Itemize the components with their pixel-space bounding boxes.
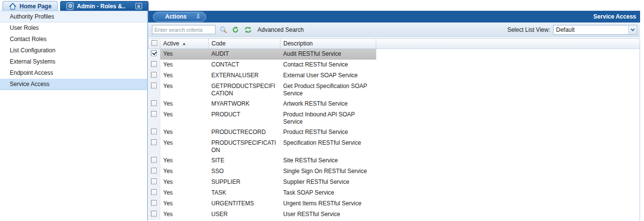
cell-description: Contact RESTful Service: [280, 60, 376, 70]
tab-admin-roles[interactable]: ⚙ Admin - Roles &.. X: [60, 1, 148, 11]
list-view-label: Select List View:: [507, 26, 550, 33]
service-access-table: Active▲ Code Description Yes AUDIT Audit…: [148, 38, 640, 221]
row-checkbox[interactable]: [151, 50, 157, 56]
cell-active: Yes: [160, 127, 209, 138]
sidebar-item-authority-profiles[interactable]: Authority Profiles: [0, 11, 147, 22]
cell-code: PRODUCTRECORD: [209, 127, 280, 138]
cell-description: Task SOAP Service: [280, 188, 376, 199]
cell-empty: [376, 81, 640, 99]
table-row[interactable]: Yes EXTERNALUSER External User SOAP Serv…: [149, 70, 640, 81]
close-icon[interactable]: X: [135, 3, 142, 9]
sidebar-item-service-access[interactable]: Service Access: [0, 79, 147, 90]
row-checkbox-cell[interactable]: [149, 127, 160, 138]
row-checkbox-cell[interactable]: [149, 177, 160, 188]
sidebar-item-contact-roles[interactable]: Contact Roles: [0, 34, 147, 45]
cell-description: Supplier RESTful Service: [280, 177, 376, 188]
row-checkbox[interactable]: [151, 111, 157, 117]
row-checkbox-cell[interactable]: [149, 81, 160, 99]
table-row[interactable]: Yes MYARTWORK Artwork RESTful Service: [149, 99, 640, 110]
table-row[interactable]: Yes PRODUCTSPECIFICATION Specification R…: [149, 138, 640, 155]
sidebar-item-user-roles[interactable]: User Roles: [0, 22, 147, 34]
row-checkbox[interactable]: [151, 139, 157, 145]
cell-empty: [376, 199, 640, 209]
list-view-select[interactable]: Default: [553, 25, 637, 35]
sidebar-item-endpoint-access[interactable]: Endpoint Access: [0, 67, 147, 79]
toolbar: Advanced Search Select List View: Defaul…: [148, 22, 640, 37]
sidebar-item-list-configuration[interactable]: List Configuration: [0, 45, 147, 56]
cell-code: PRODUCT: [209, 110, 280, 127]
refresh-icon[interactable]: [243, 25, 252, 34]
select-all-checkbox[interactable]: [151, 40, 157, 46]
row-checkbox[interactable]: [151, 157, 157, 163]
cell-active: Yes: [160, 177, 209, 188]
select-all-checkbox-cell[interactable]: [149, 39, 160, 49]
cell-code: SITE: [209, 155, 280, 166]
row-checkbox[interactable]: [151, 189, 157, 195]
cell-active: Yes: [160, 188, 209, 199]
row-checkbox[interactable]: [151, 178, 157, 184]
row-checkbox[interactable]: [151, 100, 157, 106]
cell-description: Site RESTful Service: [280, 155, 376, 166]
row-checkbox-cell[interactable]: [149, 166, 160, 177]
row-checkbox-cell[interactable]: [149, 99, 160, 110]
search-input[interactable]: [152, 25, 215, 34]
cell-description: Urgent Items RESTful Service: [280, 199, 376, 209]
table-row[interactable]: Yes USER User RESTful Service: [149, 209, 640, 220]
column-header-description[interactable]: Description: [280, 39, 376, 49]
row-checkbox-cell[interactable]: [149, 138, 160, 155]
row-checkbox[interactable]: [151, 61, 157, 67]
search-icon[interactable]: [219, 25, 228, 34]
table-row[interactable]: Yes CONTACT Contact RESTful Service: [149, 60, 640, 70]
cell-empty: [376, 127, 640, 138]
cell-description: Product RESTful Service: [280, 127, 376, 138]
row-checkbox[interactable]: [151, 83, 157, 88]
row-checkbox-cell[interactable]: [149, 155, 160, 166]
row-checkbox-cell[interactable]: [149, 49, 160, 60]
sidebar: Authority Profiles User Roles Contact Ro…: [0, 11, 148, 221]
cell-code: EXTERNALUSER: [209, 70, 280, 81]
table-row[interactable]: Yes PRODUCT Product Inbound API SOAP Ser…: [149, 110, 640, 127]
tab-label: Home Page: [20, 3, 51, 10]
table-row[interactable]: Yes GETPRODUCTSPECIFICATION Get Product …: [149, 81, 640, 99]
row-checkbox[interactable]: [151, 200, 157, 206]
advanced-search-link[interactable]: Advanced Search: [258, 26, 304, 33]
cell-active: Yes: [160, 70, 209, 81]
column-header-code[interactable]: Code: [209, 39, 280, 49]
cell-code: SSO: [209, 166, 280, 177]
cell-empty: [376, 166, 640, 177]
table-row[interactable]: Yes SITE Site RESTful Service: [149, 155, 640, 166]
row-checkbox[interactable]: [151, 168, 157, 174]
table-row[interactable]: Yes AUDIT Audit RESTful Service: [149, 49, 640, 60]
cell-code: PRODUCTSPECIFICATION: [209, 138, 280, 155]
table-row[interactable]: Yes SUPPLIER Supplier RESTful Service: [149, 177, 640, 188]
column-header-active[interactable]: Active▲: [160, 39, 209, 49]
cell-description: User RESTful Service: [280, 209, 376, 220]
row-checkbox[interactable]: [151, 211, 157, 217]
cell-empty: [376, 49, 640, 60]
app-window: Home Page ⚙ Admin - Roles &.. X Authorit…: [0, 0, 644, 221]
cell-description: Product Inbound API SOAP Service: [280, 110, 376, 127]
chevron-down-icon[interactable]: [628, 25, 637, 34]
cell-code: AUDIT: [209, 49, 280, 60]
list-view-value: Default: [556, 26, 575, 33]
row-checkbox[interactable]: [151, 72, 157, 78]
row-checkbox-cell[interactable]: [149, 209, 160, 220]
table-row[interactable]: Yes SSO Single Sign On RESTful Service: [149, 166, 640, 177]
cell-code: SUPPLIER: [209, 177, 280, 188]
table-row[interactable]: Yes PRODUCTRECORD Product RESTful Servic…: [149, 127, 640, 138]
row-checkbox-cell[interactable]: [149, 199, 160, 209]
cell-active: Yes: [160, 60, 209, 70]
row-checkbox-cell[interactable]: [149, 70, 160, 81]
sidebar-item-external-systems[interactable]: External Systems: [0, 56, 147, 67]
row-checkbox-cell[interactable]: [149, 188, 160, 199]
row-checkbox-cell[interactable]: [149, 60, 160, 70]
table-row[interactable]: Yes URGENTITEMS Urgent Items RESTful Ser…: [149, 199, 640, 209]
row-checkbox-cell[interactable]: [149, 110, 160, 127]
tab-home-page[interactable]: Home Page: [2, 1, 58, 11]
actions-button[interactable]: Actions ⇩: [153, 12, 206, 22]
row-checkbox[interactable]: [151, 129, 157, 134]
table-row[interactable]: Yes TASK Task SOAP Service: [149, 188, 640, 199]
cell-active: Yes: [160, 209, 209, 220]
cell-empty: [376, 138, 640, 155]
reset-search-icon[interactable]: [231, 25, 240, 34]
